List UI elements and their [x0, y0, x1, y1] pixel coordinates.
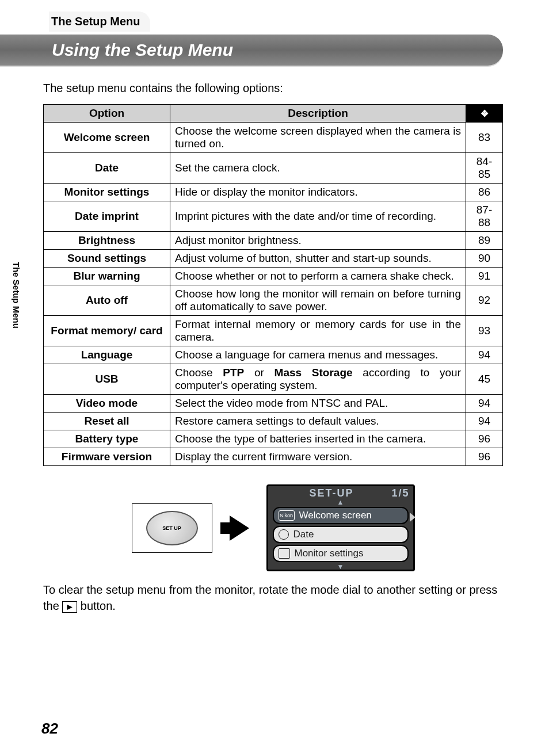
page-title: Using the Setup Menu	[0, 35, 503, 66]
description-cell: Display the current firmware version.	[170, 448, 466, 466]
figure-row: SET-UP 1/5 ▲ NikonWelcome screenDateMoni…	[43, 484, 503, 571]
scroll-down-icon: ▼	[268, 564, 413, 570]
play-button-icon: ►	[62, 601, 77, 613]
description-cell: Format internal memory or memory cards f…	[170, 316, 466, 346]
description-cell: Choose PTP or Mass Storage according to …	[170, 364, 466, 395]
table-row: Monitor settingsHide or display the moni…	[44, 184, 503, 201]
page-cell: 84-85	[466, 153, 503, 184]
table-row: Battery typeChoose the type of batteries…	[44, 430, 503, 448]
option-cell: Reset all	[44, 413, 170, 430]
table-row: LanguageChoose a language for camera men…	[44, 346, 503, 364]
page-cell: 94	[466, 346, 503, 364]
lcd-title: SET-UP	[272, 487, 392, 499]
option-cell: Date imprint	[44, 201, 170, 232]
table-row: Blur warningChoose whether or not to per…	[44, 268, 503, 285]
option-cell: Date	[44, 153, 170, 184]
description-cell: Imprint pictures with the date and/or ti…	[170, 201, 466, 232]
intro-text: The setup menu contains the following op…	[43, 82, 503, 95]
page-cell: 91	[466, 268, 503, 285]
option-cell: Monitor settings	[44, 184, 170, 201]
col-description: Description	[170, 105, 466, 123]
lcd-menu-item: Date	[273, 526, 409, 543]
col-page-icon: ❖	[466, 105, 503, 123]
table-row: Firmware versionDisplay the current firm…	[44, 448, 503, 466]
lcd-page-indicator: 1/5	[391, 487, 409, 499]
mode-dial-icon	[146, 511, 198, 545]
page-cell: 45	[466, 364, 503, 395]
option-cell: Welcome screen	[44, 123, 170, 153]
table-row: Video modeSelect the video mode from NTS…	[44, 395, 503, 413]
description-cell: Select the video mode from NTSC and PAL.	[170, 395, 466, 413]
lcd-menu-item: Monitor settings	[273, 545, 409, 562]
page-cell: 89	[466, 232, 503, 250]
option-cell: Battery type	[44, 430, 170, 448]
clock-icon	[279, 529, 289, 540]
table-row: Reset allRestore camera settings to defa…	[44, 413, 503, 430]
nikon-logo-icon: Nikon	[279, 510, 295, 521]
page-cell: 94	[466, 395, 503, 413]
table-row: Format memory/ cardFormat internal memor…	[44, 316, 503, 346]
description-cell: Adjust volume of button, shutter and sta…	[170, 250, 466, 268]
options-table: Option Description ❖ Welcome screenChoos…	[43, 104, 503, 466]
col-option: Option	[44, 105, 170, 123]
page-cell: 83	[466, 123, 503, 153]
page-number: 82	[41, 720, 58, 738]
monitor-icon	[279, 548, 290, 559]
closing-text: To clear the setup menu from the monitor…	[43, 582, 503, 614]
table-row: Date imprintImprint pictures with the da…	[44, 201, 503, 232]
table-row: USBChoose PTP or Mass Storage according …	[44, 364, 503, 395]
page-cell: 92	[466, 285, 503, 316]
lcd-screen: SET-UP 1/5 ▲ NikonWelcome screenDateMoni…	[266, 484, 415, 571]
lcd-menu-label: Welcome screen	[299, 510, 372, 521]
page-cell: 87-88	[466, 201, 503, 232]
lcd-menu-label: Date	[293, 529, 314, 540]
page-cell: 86	[466, 184, 503, 201]
description-cell: Hide or display the monitor indicators.	[170, 184, 466, 201]
mode-dial-illustration	[132, 503, 212, 553]
option-cell: Sound settings	[44, 250, 170, 268]
page-cell: 96	[466, 448, 503, 466]
description-cell: Restore camera settings to default value…	[170, 413, 466, 430]
option-cell: Format memory/ card	[44, 316, 170, 346]
table-row: DateSet the camera clock.84-85	[44, 153, 503, 184]
option-cell: Video mode	[44, 395, 170, 413]
option-cell: Language	[44, 346, 170, 364]
description-cell: Set the camera clock.	[170, 153, 466, 184]
description-cell: Choose how long the monitor will remain …	[170, 285, 466, 316]
option-cell: Brightness	[44, 232, 170, 250]
description-cell: Adjust monitor brightness.	[170, 232, 466, 250]
option-cell: Blur warning	[44, 268, 170, 285]
description-cell: Choose the type of batteries inserted in…	[170, 430, 466, 448]
page-cell: 90	[466, 250, 503, 268]
description-cell: Choose the welcome screen displayed when…	[170, 123, 466, 153]
page-cell: 96	[466, 430, 503, 448]
lcd-menu-item: NikonWelcome screen	[273, 507, 409, 524]
arrow-right-icon	[230, 516, 249, 541]
description-cell: Choose a language for camera menus and m…	[170, 346, 466, 364]
scroll-up-icon: ▲	[268, 499, 413, 505]
page-cell: 94	[466, 413, 503, 430]
lcd-menu-label: Monitor settings	[295, 548, 364, 559]
description-cell: Choose whether or not to perform a camer…	[170, 268, 466, 285]
table-row: Welcome screenChoose the welcome screen …	[44, 123, 503, 153]
option-cell: USB	[44, 364, 170, 395]
section-tab: The Setup Menu	[49, 12, 150, 32]
side-tab: The Setup Menu	[10, 256, 22, 334]
option-cell: Firmware version	[44, 448, 170, 466]
table-row: BrightnessAdjust monitor brightness.89	[44, 232, 503, 250]
option-cell: Auto off	[44, 285, 170, 316]
table-row: Auto offChoose how long the monitor will…	[44, 285, 503, 316]
page-cell: 93	[466, 316, 503, 346]
table-row: Sound settingsAdjust volume of button, s…	[44, 250, 503, 268]
